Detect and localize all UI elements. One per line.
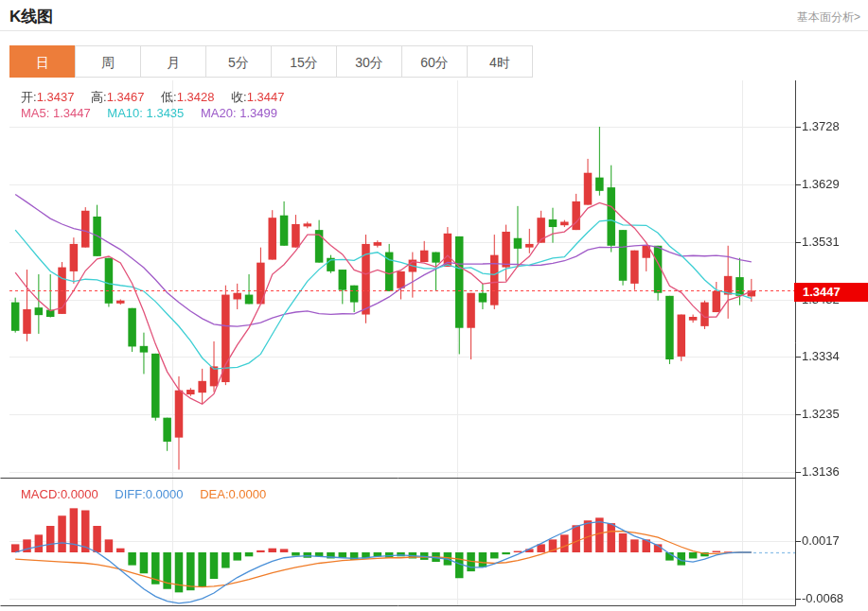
open-value: 1.3437 <box>37 90 75 104</box>
low-value: 1.3428 <box>177 90 215 104</box>
macd-label: MACD: <box>21 487 61 501</box>
kline-page: K线图 基本面分析> 日 周 月 5分 15分 30分 60分 4时 开:1.3… <box>0 0 868 611</box>
price-axis-label: 1.3334 <box>802 349 840 363</box>
tab-month[interactable]: 月 <box>140 45 206 78</box>
high-value: 1.3467 <box>107 90 145 104</box>
fundamental-analysis-link[interactable]: 基本面分析> <box>797 9 860 26</box>
close-value: 1.3447 <box>247 90 285 104</box>
ma5-label: MA5: <box>21 106 49 120</box>
interval-tabs: 日 周 月 5分 15分 30分 60分 4时 <box>9 45 533 78</box>
ma5-value: 1.3447 <box>53 106 91 120</box>
open-label: 开: <box>21 90 37 104</box>
price-axis-label: 1.3629 <box>802 177 840 191</box>
tab-15min[interactable]: 15分 <box>271 45 337 78</box>
tab-day[interactable]: 日 <box>9 45 76 78</box>
macd-value: 0.0000 <box>61 487 98 501</box>
ma20-label: MA20: <box>201 106 237 120</box>
macd-info: MACD:0.0000 DIFF:0.0000 DEA:0.0000 <box>21 487 266 501</box>
ma10-value: 1.3435 <box>147 106 185 120</box>
ma-info: MA5: 1.3447 MA10: 1.3435 MA20: 1.3499 <box>21 106 277 120</box>
ma10-label: MA10: <box>107 106 143 120</box>
page-title: K线图 <box>9 6 53 27</box>
macd-axis-label: -0.0068 <box>802 591 843 605</box>
dea-label: DEA: <box>200 487 228 501</box>
diff-value: 0.0000 <box>146 487 184 501</box>
price-axis-label: 1.3728 <box>802 119 840 133</box>
current-price-badge: 1.3447 <box>794 283 868 302</box>
tab-60min[interactable]: 60分 <box>401 45 468 78</box>
low-label: 低: <box>161 90 177 104</box>
dea-value: 0.0000 <box>229 487 267 501</box>
price-axis-label: 1.3235 <box>802 407 840 421</box>
macd-axis-label: 0.0017 <box>802 533 840 548</box>
kline-chart-canvas <box>0 80 868 611</box>
tab-30min[interactable]: 30分 <box>336 45 402 78</box>
diff-label: DIFF: <box>115 487 146 501</box>
price-axis-label: 1.3531 <box>802 235 840 249</box>
header-divider <box>0 30 868 31</box>
tab-4hour[interactable]: 4时 <box>467 45 533 78</box>
tab-5min[interactable]: 5分 <box>205 45 272 78</box>
ma20-value: 1.3499 <box>239 106 277 120</box>
close-label: 收: <box>231 90 247 104</box>
ohlc-info: 开:1.3437 高:1.3467 低:1.3428 收:1.3447 <box>21 89 284 106</box>
high-label: 高: <box>91 90 107 104</box>
price-axis-label: 1.3136 <box>802 464 840 479</box>
tab-week[interactable]: 周 <box>75 45 141 78</box>
